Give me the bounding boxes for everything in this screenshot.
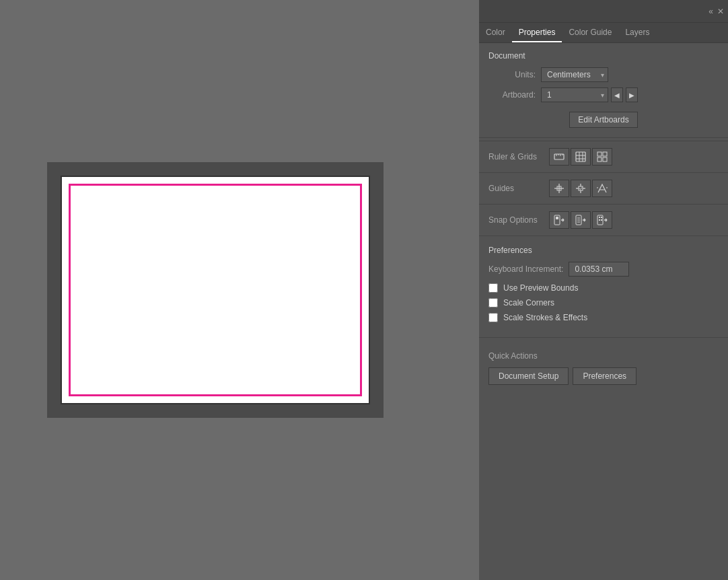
scale-strokes-checkbox[interactable] [488,313,498,322]
edit-artboards-btn[interactable]: Edit Artboards [569,112,637,128]
preferences-section: Preferences Keyboard Increment: Use Prev… [479,239,728,334]
use-preview-bounds-row: Use Preview Bounds [488,283,719,293]
svg-rect-11 [603,152,607,156]
preferences-btn[interactable]: Preferences [573,367,636,385]
scale-corners-label: Scale Corners [503,298,554,307]
artboard-container [47,162,384,418]
grid-icon-btn[interactable] [571,148,591,166]
use-preview-bounds-label: Use Preview Bounds [503,283,578,293]
svg-rect-12 [597,157,602,161]
document-section: Document Units: Centimeters Pixels Inche… [479,43,728,138]
units-select-wrapper: Centimeters Pixels Inches Millimeters Po… [541,67,608,82]
svg-rect-19 [579,186,583,190]
document-setup-btn[interactable]: Document Setup [488,367,569,385]
units-row: Units: Centimeters Pixels Inches Millime… [488,67,719,82]
smart-guides-btn[interactable] [592,180,612,197]
artboard-next-btn[interactable]: ▶ [626,87,638,102]
collapse-icon[interactable]: « [708,7,713,16]
artboard-pink-border [69,184,362,396]
panel-header: « ✕ [479,0,728,23]
snap-options-label: Snap Options [488,215,549,225]
quick-actions-buttons: Document Setup Preferences [488,367,719,385]
scale-corners-row: Scale Corners [488,298,719,307]
scale-strokes-row: Scale Strokes & Effects [488,313,719,322]
snap-options-row: Snap Options [479,207,728,233]
svg-rect-27 [556,217,558,219]
ruler-grids-row: Ruler & Grids [479,144,728,170]
keyboard-increment-input[interactable] [569,262,629,277]
pixel-grid-icon-btn[interactable] [592,148,612,166]
artboard-nav: 1 ▾ ◀ ▶ [541,87,638,102]
units-label: Units: [488,70,536,79]
artboard-prev-btn[interactable]: ◀ [611,87,623,102]
svg-rect-13 [603,157,607,161]
use-preview-bounds-checkbox[interactable] [488,283,498,293]
artboard-label: Artboard: [488,90,536,100]
guides-label: Guides [488,184,549,193]
units-select[interactable]: Centimeters Pixels Inches Millimeters Po… [541,67,608,82]
guides-row: Guides [479,176,728,201]
svg-rect-5 [576,152,585,161]
scale-strokes-label: Scale Strokes & Effects [503,313,587,322]
panel-header-controls: « ✕ [708,7,724,16]
scale-corners-checkbox[interactable] [488,298,498,307]
svg-rect-10 [597,152,602,156]
svg-rect-42 [601,219,602,221]
tab-properties[interactable]: Properties [512,24,562,42]
quick-actions-title: Quick Actions [488,351,719,361]
ruler-grids-label: Ruler & Grids [488,152,549,161]
tab-color[interactable]: Color [479,24,512,42]
tabs: Color Properties Color Guide Layers [479,23,728,43]
keyboard-increment-label: Keyboard Increment: [488,264,563,274]
preferences-section-title: Preferences [488,246,719,255]
keyboard-increment-row: Keyboard Increment: [488,262,719,277]
lock-guides-btn[interactable] [571,180,591,197]
tab-layers[interactable]: Layers [618,24,656,42]
artboard-white [61,176,370,404]
svg-rect-41 [599,219,600,221]
snap-btn-3[interactable] [592,211,612,229]
show-guides-btn[interactable] [549,180,569,197]
panel-content[interactable]: Document Units: Centimeters Pixels Inche… [479,43,728,580]
tab-color-guide[interactable]: Color Guide [562,24,618,42]
panel: « ✕ Color Properties Color Guide Layers … [479,0,728,580]
svg-rect-39 [599,217,600,218]
artboard-select[interactable]: 1 [541,87,608,102]
document-section-title: Document [488,51,719,61]
close-icon[interactable]: ✕ [717,7,724,16]
canvas-area [0,0,431,580]
quick-actions-section: Quick Actions Document Setup Preferences [479,343,728,393]
svg-rect-40 [601,217,602,218]
artboard-select-wrapper: 1 ▾ [541,87,608,102]
snap-btn-2[interactable] [571,211,591,229]
ruler-icon-btn[interactable] [549,148,569,166]
snap-btn-1[interactable] [549,211,569,229]
artboard-row: Artboard: 1 ▾ ◀ ▶ [488,87,719,102]
